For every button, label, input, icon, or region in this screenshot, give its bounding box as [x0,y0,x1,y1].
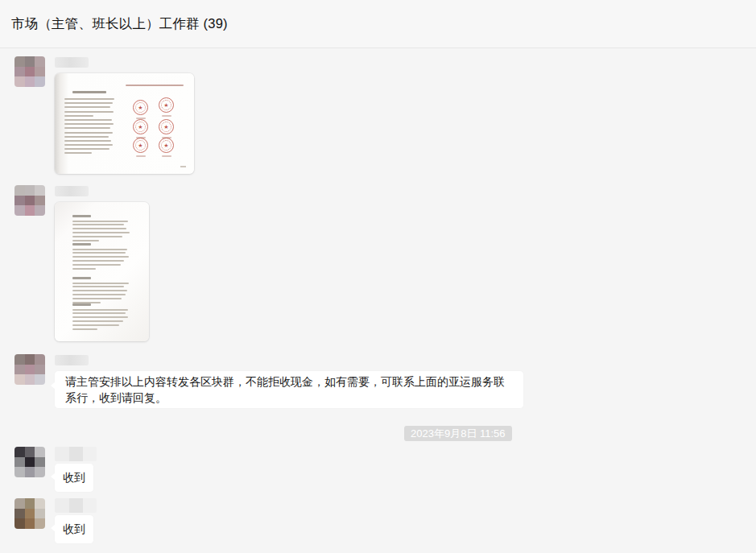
timestamp-badge: 2023年9月8日 11:56 [404,426,512,441]
message-row: 收到 [0,498,756,543]
chat-area: ★★★★★★ 请主管安排以上内容转发各区块群，不能拒收现金，如有需要，可联系上面… [0,56,756,543]
avatar[interactable] [14,498,45,529]
chat-title: 市场（主管、班长以上）工作群 (39) [11,15,228,33]
message-bubble: 请主管安排以上内容转发各区块群，不能拒收现金，如有需要，可联系上面的亚运服务联系… [55,371,523,408]
message-row [0,185,756,341]
red-seal-stamp-icon: ★ [159,119,174,134]
message-bubble: 收到 [55,515,93,543]
sender-name-redacted [55,498,97,513]
sender-name-redacted [55,447,97,461]
sender-name-redacted [55,57,89,68]
message-row: 请主管安排以上内容转发各区块群，不能拒收现金，如有需要，可联系上面的亚运服务联系… [0,354,756,408]
avatar[interactable] [14,185,45,216]
message-row: 收到 [0,447,756,492]
red-seal-stamp-icon: ★ [159,97,174,113]
message-bubble: 收到 [55,464,93,492]
timestamp-row: 2023年9月8日 11:56 [404,426,756,441]
avatar[interactable] [14,447,45,477]
sender-name-redacted [55,186,89,196]
avatar[interactable] [14,354,45,385]
red-seal-stamp-icon: ★ [159,138,174,153]
red-seal-stamp-icon: ★ [133,100,148,115]
sender-name-redacted [55,355,89,365]
image-attachment-seals-document[interactable]: ★★★★★★ [55,73,194,174]
avatar[interactable] [14,56,45,87]
image-attachment-text-document[interactable] [55,202,149,341]
red-seal-stamp-icon: ★ [133,119,148,134]
chat-header: 市场（主管、班长以上）工作群 (39) [0,0,756,48]
red-seal-stamp-icon: ★ [133,138,148,153]
message-row: ★★★★★★ [0,56,756,174]
